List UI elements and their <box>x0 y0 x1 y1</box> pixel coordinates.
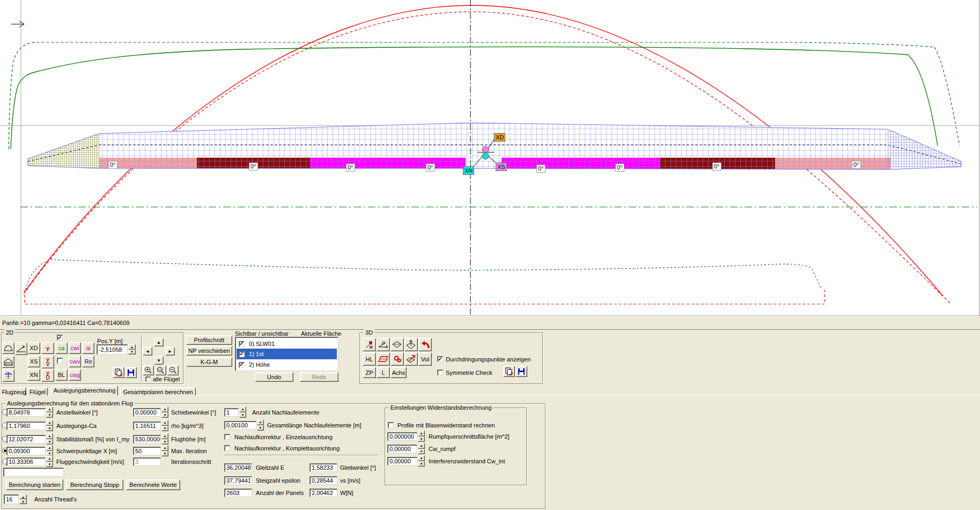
xs-marker-label[interactable]: XS <box>496 162 507 171</box>
front-view-button[interactable] <box>2 356 14 368</box>
reset-view-button[interactable] <box>418 338 432 351</box>
zoom-reset-button[interactable]: 1:1 <box>155 365 166 375</box>
save-3d-button[interactable] <box>515 366 527 377</box>
panel-normal-button[interactable] <box>390 338 404 351</box>
surface-list[interactable]: ✓ 0) SLW01 ✓ 1) 1st ✓ 2) Höhe <box>235 337 338 371</box>
posy-input[interactable]: -2,51058 <box>97 344 128 354</box>
rumpfquerschnitt-input[interactable]: 0,000000 <box>387 432 417 441</box>
surface-list-item-selected[interactable]: ✓ 1) 1st <box>237 349 337 359</box>
flughoehe-spinner[interactable]: ▲▼ <box>161 433 168 445</box>
cwv-enable-checkbox[interactable] <box>57 358 63 364</box>
save-view-button[interactable] <box>125 367 137 378</box>
tab-gesamtpolaren[interactable]: Gesamtpolaren berechnen <box>120 387 196 396</box>
pan-right-button[interactable]: ► <box>165 347 175 356</box>
nachlaufkorrektur-einzel-checkbox[interactable] <box>224 434 230 440</box>
rho-input[interactable]: 1,16511 <box>133 422 161 430</box>
schiebewinkel-input[interactable]: 0,00000 <box>133 408 161 417</box>
copy-to-clipboard-button[interactable] <box>113 367 124 378</box>
xd-toggle-button[interactable]: XD <box>27 342 40 354</box>
profilschnitt-button[interactable]: Profilschnitt <box>186 335 232 345</box>
nachlaufelemente-spinner[interactable]: ▲▼ <box>239 406 246 418</box>
pan-left-button[interactable]: ◄ <box>143 347 152 356</box>
blasenwiderstand-checkbox[interactable] <box>388 422 394 428</box>
schiebewinkel-spinner[interactable]: ▲▼ <box>161 406 168 418</box>
nachlaufelemente-input[interactable]: 1 <box>224 408 239 417</box>
ai-button[interactable]: ai <box>82 342 94 354</box>
tab-flugzeug[interactable]: Flugzeug <box>2 387 26 396</box>
pan-down-button[interactable]: ▼ <box>154 356 164 365</box>
xs-toggle-button[interactable]: XS <box>27 356 40 367</box>
gamma-button[interactable]: γ <box>41 342 54 354</box>
redo-button[interactable]: Redo <box>300 372 338 382</box>
spin-up-icon[interactable]: ▲ <box>128 344 136 350</box>
symmetrie-check-checkbox[interactable] <box>437 369 443 375</box>
auslegungs-ca-input[interactable]: 1,17960 <box>6 422 46 430</box>
posy-spinner[interactable]: ▲▼ <box>128 344 136 354</box>
xn-marker-label[interactable]: XN <box>463 166 474 175</box>
l-button[interactable]: L <box>377 367 390 378</box>
stabilitaetsmass-spinner[interactable]: ▲▼ <box>46 433 53 445</box>
wing-view-canvas[interactable]: 0° 0° 0° 0° 0° 0° 0° 0° XD XS XN <box>0 0 980 315</box>
durchdringung-checkbox[interactable]: ✓ <box>437 356 443 362</box>
xn-toggle-button[interactable]: XN <box>27 369 40 381</box>
zoom-out-button[interactable] <box>167 365 179 375</box>
fluggeschwindigkeit-spinner[interactable]: ▲▼ <box>46 456 53 467</box>
surface-visible-checkbox[interactable]: ✓ <box>239 341 245 347</box>
nachlauf-laenge-spinner[interactable]: ▲▼ <box>257 419 264 431</box>
stabilitaetsmass-input[interactable]: 12,02072 <box>6 435 46 444</box>
vol-button[interactable]: Vol <box>418 352 432 366</box>
anstellwinkel-input[interactable]: 8,04978 <box>6 408 46 417</box>
alle-fluegel-checkbox[interactable] <box>145 376 151 382</box>
kgm-button[interactable]: K-G-M <box>186 357 232 367</box>
hl-button[interactable]: HL <box>363 352 376 366</box>
cwi-button[interactable]: cwi <box>69 342 81 354</box>
cw-rumpf-input[interactable]: 0,00000 <box>387 445 417 453</box>
auslegungs-ca-spinner[interactable]: ▲▼ <box>46 420 53 431</box>
bl-button[interactable]: BL <box>55 369 68 381</box>
cw-int-input[interactable]: 0,00000 <box>387 457 417 465</box>
panel-pick-button[interactable] <box>363 338 376 351</box>
threads-input[interactable]: 16 <box>4 494 19 504</box>
nachlaufkorrektur-komplett-checkbox[interactable] <box>224 445 230 451</box>
gamma-d-button[interactable]: γD <box>41 369 54 382</box>
zp-button[interactable]: ZP <box>363 367 376 378</box>
flughoehe-input[interactable]: 530,00000 <box>133 435 161 444</box>
np-verschieben-button[interactable]: NP verschieben <box>186 346 232 356</box>
rho-button[interactable] <box>390 352 404 366</box>
gamma-v-button[interactable]: γV <box>41 356 54 368</box>
ca-button[interactable]: ca <box>55 342 68 354</box>
schwerpunktlage-input[interactable]: 0,09300 <box>6 447 46 455</box>
berechnung-starten-button[interactable]: Berechnung starten <box>6 479 63 490</box>
copy-3d-button[interactable] <box>503 366 515 377</box>
undo-button[interactable]: Undo <box>255 372 293 382</box>
ca-enable-checkbox[interactable]: ✓ <box>57 335 63 341</box>
surface-list-item[interactable]: ✓ 0) SLW01 <box>237 338 337 349</box>
cw-rumpf-spinner[interactable]: ▲▼ <box>418 443 425 454</box>
xd-marker-label[interactable]: XD <box>494 133 505 142</box>
red-panel-button[interactable] <box>377 352 390 366</box>
achs-button[interactable]: Achs <box>390 367 407 378</box>
threads-spinner[interactable]: ▲▼ <box>19 494 27 504</box>
side-view-button[interactable] <box>2 369 14 382</box>
rho-spinner[interactable]: ▲▼ <box>161 420 168 431</box>
cwv-button[interactable]: cwv <box>69 356 81 367</box>
re-button[interactable]: Re <box>82 356 94 367</box>
max-iteration-spinner[interactable]: ▲▼ <box>161 445 168 456</box>
pan-up-button[interactable]: ▲ <box>154 338 164 346</box>
schwerpunktlage-spinner[interactable]: ▲▼ <box>46 445 53 456</box>
zoom-in-button[interactable] <box>143 365 154 375</box>
anstellwinkel-spinner[interactable]: ▲▼ <box>46 406 53 418</box>
alpha-view-button[interactable]: α <box>377 338 390 351</box>
max-iteration-input[interactable]: 50 <box>133 447 161 455</box>
berechnete-werte-button[interactable]: Berechnete Werte <box>126 479 180 490</box>
nachlauf-laenge-input[interactable]: 0,00100 <box>224 421 256 430</box>
cwg-button[interactable]: cwg <box>69 369 81 381</box>
surface-list-item[interactable]: ✓ 2) Höhe <box>237 359 337 370</box>
berechnung-stopp-button[interactable]: Berechnung Stopp <box>66 479 123 490</box>
tab-fluegel[interactable]: Flügel <box>27 387 48 396</box>
panel-velocity-button[interactable] <box>404 352 418 366</box>
wing-planform-view-button[interactable] <box>2 342 14 354</box>
surface-visible-checkbox[interactable]: ✓ <box>239 362 245 368</box>
panel-lift-vector-button[interactable] <box>404 338 418 351</box>
profile-angle-view-button[interactable] <box>15 342 27 355</box>
